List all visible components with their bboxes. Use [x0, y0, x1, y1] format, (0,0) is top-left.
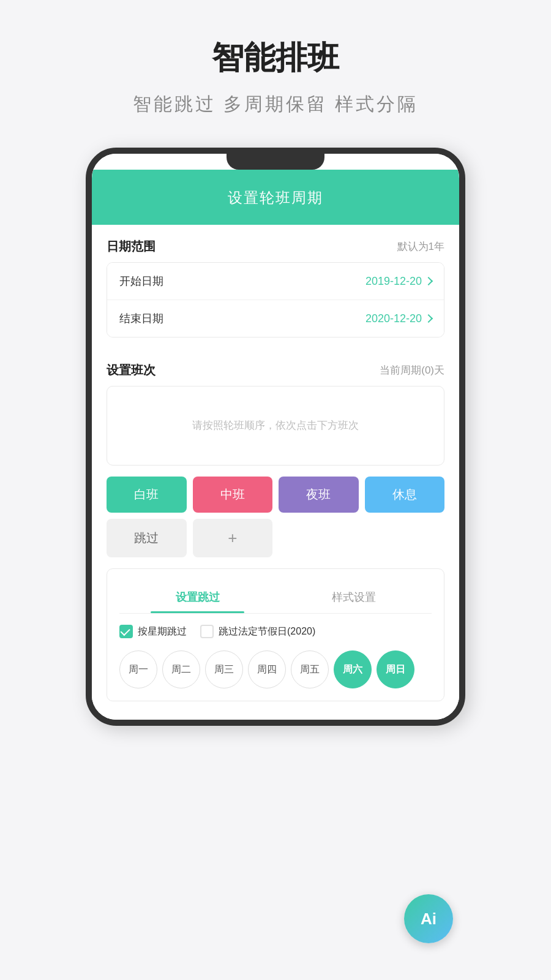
tabs-row: 设置跳过 样式设置	[119, 581, 432, 614]
day-btn-tue[interactable]: 周二	[162, 650, 200, 688]
shift-buttons-row1: 白班 中班 夜班 休息	[107, 477, 444, 513]
shift-btn-skip[interactable]: 跳过	[107, 519, 187, 557]
end-date-label: 结束日期	[119, 311, 163, 326]
schedule-empty-text: 请按照轮班顺序，依次点击下方班次	[192, 417, 359, 435]
day-btn-fri[interactable]: 周五	[291, 650, 329, 688]
shift-btn-mid[interactable]: 中班	[193, 477, 273, 513]
checkbox-row: 按星期跳过 跳过法定节假日(2020)	[119, 625, 432, 638]
phone-content: 设置轮班周期 日期范围 默认为1年 开始日期 2019-12-20 结束日期	[92, 154, 459, 720]
day-btn-sun[interactable]: 周日	[377, 650, 414, 688]
date-card: 开始日期 2019-12-20 结束日期 2020-12-20	[107, 262, 444, 337]
start-date-label: 开始日期	[119, 274, 163, 288]
tab-skip-settings[interactable]: 设置跳过	[119, 581, 276, 613]
end-date-value: 2020-12-20	[365, 312, 432, 325]
phone-frame: 设置轮班周期 日期范围 默认为1年 开始日期 2019-12-20 结束日期	[86, 148, 465, 726]
checkbox-weekly-skip[interactable]: 按星期跳过	[119, 625, 187, 638]
shift-section-label: 设置班次	[107, 362, 156, 379]
app-header: 设置轮班周期	[92, 170, 459, 225]
day-btn-wed[interactable]: 周三	[205, 650, 243, 688]
app-header-title: 设置轮班周期	[228, 189, 323, 206]
app-body: 日期范围 默认为1年 开始日期 2019-12-20 结束日期 2020-12-…	[92, 225, 459, 720]
shift-section-header: 设置班次 当前周期(0)天	[107, 349, 444, 386]
end-date-row[interactable]: 结束日期 2020-12-20	[107, 300, 444, 337]
checkbox-weekly-box[interactable]	[119, 625, 133, 638]
shift-section-hint: 当前周期(0)天	[380, 363, 444, 377]
day-btn-mon[interactable]: 周一	[119, 650, 157, 688]
checkbox-weekly-label: 按星期跳过	[138, 625, 187, 638]
day-btn-sat[interactable]: 周六	[334, 650, 372, 688]
days-row: 周一 周二 周三 周四 周五 周六 周日	[119, 650, 432, 688]
checkbox-holiday-skip[interactable]: 跳过法定节假日(2020)	[200, 625, 315, 638]
shift-buttons-row2: 跳过 +	[107, 519, 444, 557]
shift-btn-white[interactable]: 白班	[107, 477, 187, 513]
ai-fab-button[interactable]: Ai	[404, 894, 453, 943]
shift-btn-night[interactable]: 夜班	[279, 477, 359, 513]
settings-panel: 设置跳过 样式设置 按星期跳过 跳过法定节假日(2020)	[107, 568, 444, 701]
schedule-empty-area: 请按照轮班顺序，依次点击下方班次	[107, 386, 444, 466]
date-section-label: 日期范围	[107, 238, 156, 255]
start-date-chevron	[424, 277, 433, 285]
page-subtitle: 智能跳过 多周期保留 样式分隔	[133, 92, 419, 117]
shift-btn-add[interactable]: +	[193, 519, 273, 557]
start-date-value: 2019-12-20	[365, 275, 432, 288]
checkbox-holiday-label: 跳过法定节假日(2020)	[219, 625, 315, 638]
shift-btn-rest[interactable]: 休息	[365, 477, 445, 513]
end-date-chevron	[424, 314, 433, 323]
checkbox-holiday-box[interactable]	[200, 625, 214, 638]
date-section-header: 日期范围 默认为1年	[107, 225, 444, 262]
day-btn-thu[interactable]: 周四	[248, 650, 286, 688]
start-date-row[interactable]: 开始日期 2019-12-20	[107, 263, 444, 300]
date-section-hint: 默认为1年	[397, 239, 444, 254]
page-title: 智能排班	[212, 37, 339, 80]
tab-style-settings[interactable]: 样式设置	[276, 581, 432, 613]
